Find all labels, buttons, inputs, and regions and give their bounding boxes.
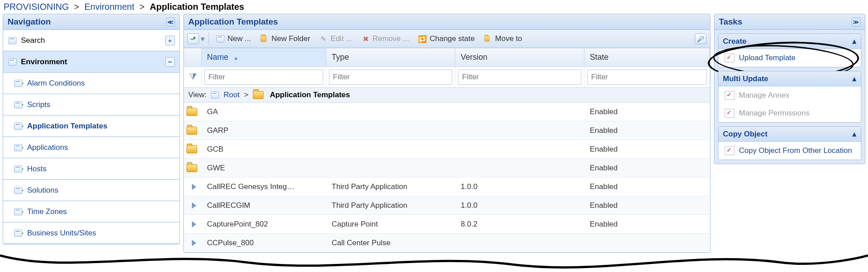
dropdown-icon[interactable]: ▾ [201, 34, 205, 44]
filter-state-input[interactable] [587, 70, 707, 85]
cell-version: 1.0.0 [455, 201, 584, 210]
search-folder-icon [8, 36, 17, 45]
view-root-link[interactable]: Root [223, 91, 239, 99]
change-state-label: Change state [430, 34, 475, 43]
tasks-create-title: Create [723, 37, 746, 46]
tasks-multi-section: Multi Update ▴ Manage Annex Manage Permi… [718, 71, 861, 123]
new-folder-icon [260, 34, 269, 43]
nav-item-label: Scripts [27, 100, 50, 109]
nav-item-icon [14, 100, 24, 109]
table-row[interactable]: GAEnabled [184, 103, 710, 121]
collapse-create-button[interactable]: ▴ [852, 37, 856, 46]
cell-name: CapturePoint_802 [202, 220, 326, 229]
view-label: View: [188, 91, 207, 99]
cell-state: Enabled [584, 201, 710, 210]
filter-name-input[interactable] [204, 70, 323, 85]
cell-type: Third Party Application [326, 182, 455, 191]
folder-icon [187, 108, 197, 116]
tasks-multi-title: Multi Update [723, 74, 768, 83]
cell-state: Enabled [584, 126, 710, 135]
cell-name: GARP [202, 126, 326, 135]
remove-icon: ✖ [361, 34, 370, 43]
breadcrumb-parent[interactable]: Environment [85, 2, 134, 12]
cell-version: 8.0.2 [455, 220, 584, 229]
column-version[interactable]: Version [455, 48, 584, 66]
move-to-button[interactable]: Move to [480, 33, 525, 45]
grid-header: Name ▲ Type Version State [184, 48, 710, 67]
column-state[interactable]: State [584, 48, 710, 66]
expand-tasks-button[interactable]: ≫ [852, 17, 860, 26]
breadcrumb-root[interactable]: PROVISIONING [4, 2, 69, 12]
quick-find-button[interactable]: 🔎 [695, 33, 706, 44]
nav-item[interactable]: Applications [3, 137, 179, 158]
item-icon [192, 221, 196, 227]
tasks-copy-header[interactable]: Copy Object ▴ [718, 127, 861, 142]
nav-item[interactable]: Hosts [3, 158, 179, 180]
copy-object-from-link[interactable]: Copy Object From Other Location [718, 142, 861, 160]
cell-state: Enabled [584, 145, 710, 154]
nav-item-icon [14, 207, 24, 216]
cell-state: Enabled [584, 107, 710, 116]
item-icon [192, 240, 196, 246]
up-folder-button[interactable]: ⬏ [187, 33, 199, 44]
cell-state: Enabled [584, 164, 710, 173]
manage-annex-link: Manage Annex [718, 87, 861, 104]
cell-name: GWE [202, 164, 326, 173]
nav-item-icon [14, 165, 24, 173]
table-row[interactable]: CapturePoint_802Capture Point8.0.2Enable… [184, 215, 710, 234]
column-checkbox[interactable] [184, 48, 202, 66]
edit-label: Edit ... [331, 34, 352, 43]
cell-version: 1.0.0 [455, 182, 584, 191]
nav-item-label: Time Zones [27, 207, 67, 216]
table-row[interactable]: CallREC Genesys Integ…Third Party Applic… [184, 177, 710, 196]
add-search-button[interactable]: + [165, 36, 175, 45]
table-row[interactable]: GARPEnabled [184, 121, 710, 140]
nav-item-icon [14, 186, 24, 195]
change-state-button[interactable]: 🔁 Change state [414, 33, 478, 45]
remove-button: ✖ Remove ... [357, 33, 413, 45]
filter-type-input[interactable] [329, 70, 452, 85]
breadcrumb-current: Application Templates [150, 2, 244, 12]
collapse-multi-button[interactable]: ▴ [852, 74, 856, 83]
nav-item-label: Alarm Conditions [27, 79, 85, 88]
column-type[interactable]: Type [326, 48, 455, 66]
column-name[interactable]: Name ▲ [202, 48, 326, 66]
nav-item[interactable]: Scripts [3, 94, 179, 115]
tasks-title: Tasks [719, 17, 742, 27]
tasks-multi-header[interactable]: Multi Update ▴ [718, 71, 861, 87]
nav-item[interactable]: Application Templates [3, 115, 179, 137]
new-folder-button[interactable]: New Folder [256, 33, 314, 45]
change-state-icon: 🔁 [418, 34, 427, 43]
table-row[interactable]: GWEEnabled [184, 159, 710, 177]
environment-folder-icon [8, 58, 17, 66]
funnel-icon[interactable]: ⧩ [189, 72, 196, 82]
collapse-environment-button[interactable]: − [165, 57, 175, 67]
new-button[interactable]: New ... [212, 33, 255, 45]
collapse-copy-button[interactable]: ▴ [852, 129, 856, 139]
cell-name: CallREC Genesys Integ… [202, 182, 326, 191]
nav-item[interactable]: Business Units/Sites [3, 223, 179, 244]
nav-item[interactable]: Solutions [3, 180, 179, 201]
table-row[interactable]: GCBEnabled [184, 140, 710, 159]
table-row[interactable]: CCPulse_800Call Center Pulse [184, 234, 710, 252]
edit-button: ✎ Edit ... [316, 33, 356, 45]
copy-object-from-label: Copy Object From Other Location [739, 146, 852, 155]
nav-search[interactable]: Search + [3, 30, 179, 51]
tasks-create-header[interactable]: Create ▴ [718, 34, 861, 49]
folder-icon [187, 145, 197, 153]
nav-item-label: Hosts [27, 165, 46, 173]
nav-item-icon [14, 79, 24, 88]
upload-template-icon [725, 54, 734, 62]
collapse-nav-button[interactable]: ≪ [166, 17, 175, 26]
center-panel: Application Templates ⬏ ▾ New ... New Fo… [183, 14, 710, 253]
sort-asc-icon: ▲ [233, 55, 239, 61]
upload-template-link[interactable]: Upload Template [718, 49, 861, 67]
table-row[interactable]: CallRECGIMThird Party Application1.0.0En… [184, 196, 710, 215]
nav-item[interactable]: Time Zones [3, 201, 179, 223]
center-header: Application Templates [184, 14, 710, 30]
filter-version-input[interactable] [458, 70, 581, 85]
nav-item[interactable]: Alarm Conditions [3, 73, 179, 94]
nav-environment[interactable]: Environment − [3, 51, 179, 73]
breadcrumb-sep: > [137, 2, 147, 12]
tasks-copy-title: Copy Object [723, 130, 767, 139]
